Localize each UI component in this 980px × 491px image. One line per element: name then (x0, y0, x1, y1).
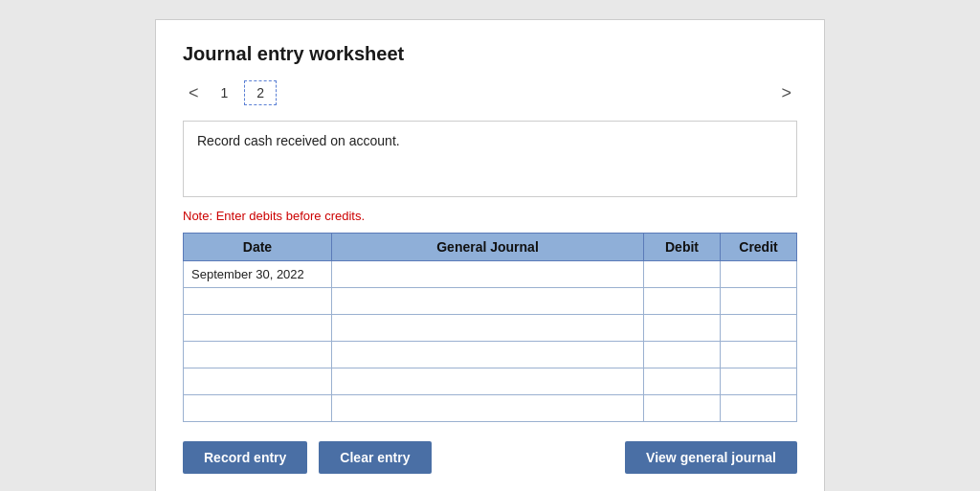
clear-entry-button[interactable]: Clear entry (319, 441, 431, 474)
debit-input-6[interactable] (644, 395, 720, 421)
journal-table: Date General Journal Debit Credit Septem… (183, 233, 797, 422)
date-input-3[interactable] (191, 319, 323, 337)
col-header-debit: Debit (644, 234, 721, 261)
table-row (184, 288, 797, 315)
tab-1[interactable]: 1 (209, 80, 241, 105)
debit-input-1[interactable] (644, 261, 720, 287)
table-row (184, 368, 797, 395)
journal-input-3[interactable] (332, 315, 643, 341)
date-cell-4[interactable] (184, 342, 332, 368)
credit-cell-6[interactable] (721, 395, 797, 422)
credit-input-5[interactable] (721, 368, 796, 394)
date-input-2[interactable] (191, 292, 323, 310)
credit-input-6[interactable] (721, 395, 796, 421)
credit-cell-4[interactable] (721, 342, 797, 368)
table-row (184, 395, 797, 422)
credit-cell-3[interactable] (721, 315, 797, 342)
tab-navigation: < 1 2 > (183, 80, 797, 105)
credit-input-3[interactable] (721, 315, 796, 341)
journal-input-2[interactable] (332, 288, 643, 314)
debit-cell-3[interactable] (644, 315, 721, 342)
journal-cell-3[interactable] (332, 315, 644, 342)
tab-2[interactable]: 2 (244, 80, 277, 105)
debit-input-4[interactable] (644, 342, 720, 368)
debit-cell-6[interactable] (644, 395, 721, 422)
credit-cell-5[interactable] (721, 368, 797, 395)
view-general-journal-button[interactable]: View general journal (625, 441, 797, 474)
date-input-6[interactable] (191, 399, 323, 417)
journal-input-1[interactable] (332, 261, 643, 287)
debit-cell-4[interactable] (644, 342, 721, 368)
journal-cell-6[interactable] (332, 395, 644, 422)
description-box: Record cash received on account. (183, 121, 797, 197)
journal-input-5[interactable] (332, 368, 643, 394)
date-cell-5[interactable] (184, 368, 332, 395)
debit-cell-5[interactable] (644, 368, 721, 395)
date-input-4[interactable] (191, 346, 323, 364)
debit-cell-2[interactable] (644, 288, 721, 315)
button-row: Record entry Clear entry View general jo… (183, 441, 797, 474)
date-cell-3[interactable] (184, 315, 332, 342)
table-row (184, 342, 797, 368)
credit-input-1[interactable] (721, 261, 796, 287)
debit-input-5[interactable] (644, 368, 720, 394)
journal-cell-1[interactable] (332, 261, 644, 288)
note-text: Note: Enter debits before credits. (183, 209, 797, 223)
col-header-journal: General Journal (332, 234, 644, 261)
credit-cell-1[interactable] (721, 261, 797, 288)
next-arrow[interactable]: > (775, 82, 797, 103)
debit-input-3[interactable] (644, 315, 720, 341)
credit-input-4[interactable] (721, 342, 796, 368)
journal-entry-panel: Journal entry worksheet < 1 2 > Record c… (155, 19, 825, 491)
date-cell-2[interactable] (184, 288, 332, 315)
panel-title: Journal entry worksheet (183, 43, 797, 65)
date-input-5[interactable] (191, 372, 323, 391)
debit-cell-1[interactable] (644, 261, 721, 288)
journal-input-4[interactable] (332, 342, 643, 368)
credit-input-2[interactable] (721, 288, 796, 314)
table-row: September 30, 2022 (184, 261, 797, 288)
journal-cell-4[interactable] (332, 342, 644, 368)
journal-input-6[interactable] (332, 395, 643, 421)
col-header-date: Date (184, 234, 332, 261)
debit-input-2[interactable] (644, 288, 720, 314)
credit-cell-2[interactable] (721, 288, 797, 315)
journal-cell-5[interactable] (332, 368, 644, 395)
record-entry-button[interactable]: Record entry (183, 441, 307, 474)
journal-cell-2[interactable] (332, 288, 644, 315)
col-header-credit: Credit (721, 234, 797, 261)
date-cell-6[interactable] (184, 395, 332, 422)
table-row (184, 315, 797, 342)
date-cell-1: September 30, 2022 (184, 261, 332, 288)
prev-arrow[interactable]: < (183, 82, 205, 103)
